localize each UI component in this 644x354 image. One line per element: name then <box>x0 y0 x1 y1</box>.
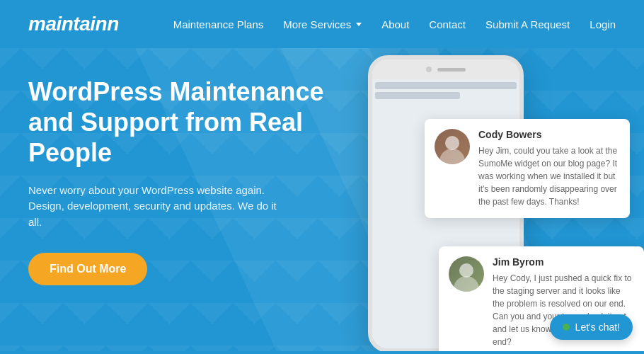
hero-section: WordPress Maintenance and Support from R… <box>0 48 644 351</box>
hero-left: WordPress Maintenance and Support from R… <box>28 62 326 351</box>
online-indicator <box>563 324 570 331</box>
header: maintainn Maintenance Plans More Service… <box>0 0 644 48</box>
message-card-cody: Cody Bowers Hey Jim, could you take a lo… <box>425 119 630 218</box>
chat-bubble[interactable]: Let's chat! <box>550 314 633 340</box>
nav-submit-request[interactable]: Submit A Request <box>485 18 570 30</box>
person-body-jim <box>454 276 479 292</box>
card-text-cody: Hey Jim, could you take a look at the Su… <box>478 144 620 208</box>
card-content-cody: Cody Bowers Hey Jim, could you take a lo… <box>478 129 620 208</box>
person-head <box>445 136 459 150</box>
avatar-cody <box>435 129 470 164</box>
main-nav: Maintenance Plans More Services About Co… <box>173 18 616 30</box>
nav-contact[interactable]: Contact <box>429 18 466 30</box>
logo: maintainn <box>28 13 119 35</box>
card-name-jim: Jim Byrom <box>493 256 634 268</box>
nav-maintenance-plans[interactable]: Maintenance Plans <box>173 18 264 30</box>
hero-right: Cody Bowers Hey Jim, could you take a lo… <box>326 62 616 351</box>
hero-subtitle: Never worry about your WordPress website… <box>28 183 283 231</box>
phone-top-bar <box>372 59 519 79</box>
chat-label: Let's chat! <box>575 321 620 333</box>
phone-screen-bar <box>375 82 517 89</box>
nav-about[interactable]: About <box>381 18 409 30</box>
logo-text: maintainn <box>28 13 119 35</box>
nav-login[interactable]: Login <box>590 18 616 30</box>
phone-speaker <box>437 68 466 72</box>
nav-more-services[interactable]: More Services <box>283 18 362 30</box>
hero-title: WordPress Maintenance and Support from R… <box>28 76 326 169</box>
phone-camera <box>426 67 432 72</box>
person-head-jim <box>459 263 473 278</box>
avatar-jim <box>449 256 484 292</box>
phone-screen-bar-short <box>375 92 460 99</box>
person-body <box>439 149 465 164</box>
chevron-down-icon <box>356 23 362 26</box>
card-name-cody: Cody Bowers <box>478 129 620 140</box>
find-out-more-button[interactable]: Find Out More <box>28 253 147 285</box>
